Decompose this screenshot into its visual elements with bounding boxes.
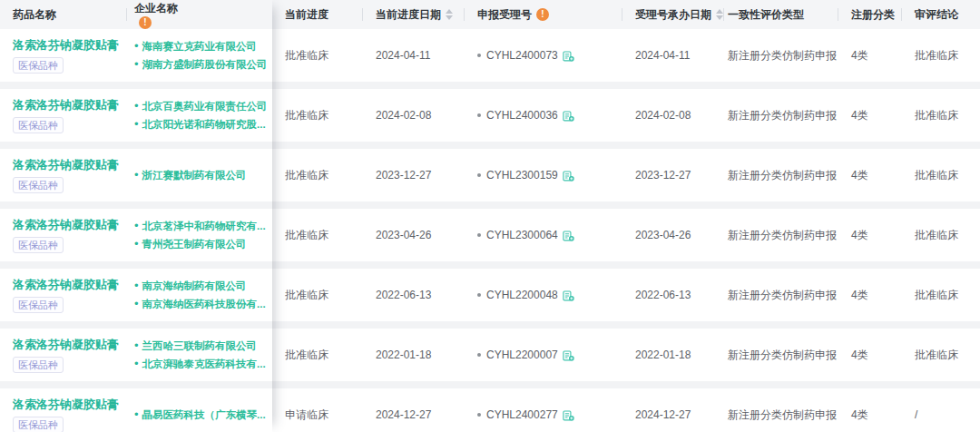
company-link[interactable]: •晶易医药科技（广东横琴...: [134, 406, 266, 424]
acceptance-date-cell: 2024-12-27: [622, 388, 724, 432]
acceptance-no-text: CYHL2300064: [486, 229, 558, 241]
progress-date-cell: 2023-04-26: [363, 209, 465, 261]
company-link[interactable]: •湖南方盛制药股份有限公司: [134, 55, 268, 74]
drug-cell: 洛索洛芬钠凝胶贴膏 医保品种: [0, 388, 127, 432]
sort-carets-icon[interactable]: [446, 9, 453, 20]
bullet-icon: •: [134, 166, 139, 184]
drug-registration-table: 药品名称 企业名称 ! 洛索洛芬钠凝胶贴膏 医保品种 •海南赛立克药业有限公司•…: [0, 0, 980, 432]
company-link[interactable]: •北京茗泽中和药物研究有...: [134, 217, 266, 235]
eval-type-cell: 新注册分类仿制药申报: [724, 388, 838, 432]
left-body: 洛索洛芬钠凝胶贴膏 医保品种 •海南赛立克药业有限公司•湖南方盛制药股份有限公司…: [0, 29, 272, 432]
progress-cell: 批准临床: [272, 149, 363, 201]
company-name: 湖南方盛制药股份有限公司: [142, 55, 268, 74]
company-name: 兰西哈三联制药有限公司: [142, 337, 258, 355]
copy-report-icon[interactable]: [563, 409, 574, 421]
table-row: 洛索洛芬钠凝胶贴膏 医保品种 •南京海纳制药有限公司•南京海纳医药科技股份有..…: [0, 269, 272, 321]
company-link[interactable]: •青州尧王制药有限公司: [134, 235, 247, 253]
company-link[interactable]: •海南赛立克药业有限公司: [134, 37, 257, 55]
acceptance-date-cell: 2022-01-18: [622, 329, 724, 381]
bullet-icon: •: [134, 337, 139, 355]
company-link[interactable]: •南京海纳医药科技股份有...: [134, 295, 266, 313]
conclusion-cell: /: [902, 388, 980, 432]
medical-insurance-badge: 医保品种: [13, 237, 64, 253]
progress-cell: 申请临床: [272, 388, 363, 432]
reg-class-cell: 4类: [838, 149, 902, 201]
company-link[interactable]: •北京阳光诺和药物研究股...: [134, 115, 266, 133]
fixed-columns-pane: 药品名称 企业名称 ! 洛索洛芬钠凝胶贴膏 医保品种 •海南赛立克药业有限公司•…: [0, 0, 272, 432]
eval-type-cell: 新注册分类仿制药申报: [724, 149, 838, 201]
reg-class-cell: 4类: [838, 89, 902, 142]
drug-cell: 洛索洛芬钠凝胶贴膏 医保品种: [0, 149, 127, 201]
drug-name-link[interactable]: 洛索洛芬钠凝胶贴膏: [13, 98, 119, 113]
table-row: 批准临床 2022-06-13 CYHL2200048 2022-06-13 新…: [272, 269, 980, 321]
copy-report-icon[interactable]: [563, 110, 574, 122]
eval-type-cell: 新注册分类仿制药申报: [724, 269, 838, 321]
acceptance-no-text: CYHL2400073: [486, 49, 558, 62]
table-row: 洛索洛芬钠凝胶贴膏 医保品种 •海南赛立克药业有限公司•湖南方盛制药股份有限公司: [0, 29, 272, 82]
acceptance-date-cell: 2023-12-27: [622, 149, 724, 201]
conclusion-cell: 批准临床: [902, 209, 980, 261]
progress-date-cell: 2024-04-11: [363, 29, 465, 82]
reg-class-cell: 4类: [838, 209, 902, 261]
company-name: 南京海纳制药有限公司: [142, 277, 247, 295]
reg-class-cell: 4类: [838, 329, 902, 381]
company-link[interactable]: •浙江赛默制药有限公司: [134, 166, 247, 184]
table-header-right: 当前进度 当前进度日期 申报受理号 ! 受理号承办日期 一致性评价类型: [272, 0, 980, 29]
info-icon[interactable]: !: [139, 16, 152, 29]
progress-date-cell: 2022-01-18: [363, 329, 465, 381]
acceptance-no-cell: CYHL2400277: [465, 388, 622, 432]
header-acceptance-no: 申报受理号 !: [465, 0, 622, 29]
copy-report-icon[interactable]: [563, 349, 574, 361]
progress-date-cell: 2022-06-13: [363, 269, 465, 321]
acceptance-no-cell: CYHL2200007: [465, 329, 622, 381]
copy-report-icon[interactable]: [563, 290, 574, 301]
bullet-icon: •: [134, 277, 139, 295]
scroll-columns-pane: 当前进度 当前进度日期 申报受理号 ! 受理号承办日期 一致性评价类型: [272, 0, 980, 432]
table-row: 批准临床 2024-02-08 CYHL2400036 2024-02-08 新…: [272, 89, 980, 142]
bullet-icon: •: [134, 295, 139, 313]
header-acceptance-date[interactable]: 受理号承办日期: [622, 0, 724, 29]
header-label: 药品名称: [13, 7, 56, 23]
company-name: 北京百奥药业有限责任公司: [142, 97, 268, 115]
progress-date-cell: 2023-12-27: [363, 149, 465, 201]
sort-carets-icon[interactable]: [716, 9, 723, 20]
header-label: 申报受理号: [477, 7, 532, 23]
reg-class-cell: 4类: [838, 29, 902, 82]
medical-insurance-badge: 医保品种: [13, 357, 64, 373]
company-link[interactable]: •北京湃驰泰克医药科技有...: [134, 355, 266, 373]
bullet-icon: •: [134, 55, 139, 74]
eval-type-cell: 新注册分类仿制药申报: [724, 89, 838, 142]
bullet-icon: •: [134, 37, 139, 55]
bullet-icon: [477, 353, 481, 357]
header-current-progress: 当前进度: [272, 0, 363, 29]
company-name: 北京阳光诺和药物研究股...: [142, 115, 266, 133]
company-link[interactable]: •南京海纳制药有限公司: [134, 277, 247, 295]
eval-type-cell: 新注册分类仿制药申报: [724, 209, 838, 261]
table-row: 批准临床 2023-12-27 CYHL2300159 2023-12-27 新…: [272, 149, 980, 201]
drug-name-link[interactable]: 洛索洛芬钠凝胶贴膏: [13, 278, 119, 292]
company-link[interactable]: •北京百奥药业有限责任公司: [134, 97, 268, 115]
header-label: 当前进度: [285, 7, 328, 23]
copy-report-icon[interactable]: [563, 170, 574, 182]
copy-report-icon[interactable]: [563, 230, 574, 241]
drug-name-link[interactable]: 洛索洛芬钠凝胶贴膏: [13, 38, 119, 53]
company-link[interactable]: •兰西哈三联制药有限公司: [134, 337, 257, 355]
drug-name-link[interactable]: 洛索洛芬钠凝胶贴膏: [13, 338, 119, 352]
info-icon[interactable]: !: [536, 8, 549, 21]
table-row: 申请临床 2024-12-27 CYHL2400277 2024-12-27 新…: [272, 388, 980, 432]
header-progress-date[interactable]: 当前进度日期: [363, 0, 465, 29]
bullet-icon: •: [134, 235, 139, 253]
bullet-icon: [477, 413, 481, 417]
drug-name-link[interactable]: 洛索洛芬钠凝胶贴膏: [13, 398, 119, 412]
table-row: 洛索洛芬钠凝胶贴膏 医保品种 •兰西哈三联制药有限公司•北京湃驰泰克医药科技有.…: [0, 329, 272, 381]
drug-cell: 洛索洛芬钠凝胶贴膏 医保品种: [0, 29, 127, 82]
bullet-icon: •: [134, 97, 139, 115]
table-row: 批准临床 2024-04-11 CYHL2400073 2024-04-11 新…: [272, 29, 980, 82]
bullet-icon: [477, 173, 481, 177]
drug-name-link[interactable]: 洛索洛芬钠凝胶贴膏: [13, 218, 119, 232]
acceptance-date-cell: 2023-04-26: [622, 209, 724, 261]
table-row: 洛索洛芬钠凝胶贴膏 医保品种 •北京百奥药业有限责任公司•北京阳光诺和药物研究股…: [0, 89, 272, 142]
copy-report-icon[interactable]: [563, 50, 574, 62]
medical-insurance-badge: 医保品种: [13, 417, 64, 432]
drug-name-link[interactable]: 洛索洛芬钠凝胶贴膏: [13, 158, 119, 172]
